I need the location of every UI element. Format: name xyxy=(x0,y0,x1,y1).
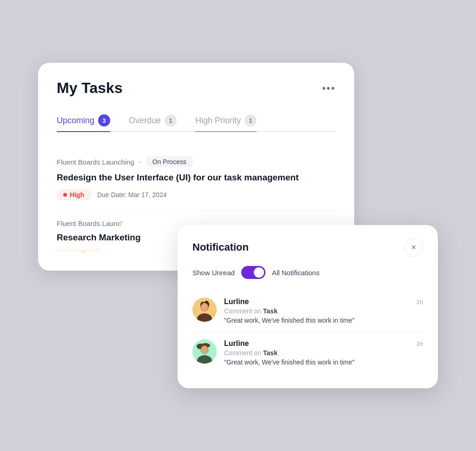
notification-person-name-1: Lurline xyxy=(224,298,249,306)
avatar-1 xyxy=(192,298,217,322)
priority-dot-high xyxy=(63,193,67,197)
toggle-track xyxy=(241,266,265,279)
notification-content-1: Lurline 1h Comment on Task "Great work, … xyxy=(224,298,423,324)
notification-action-1: Comment on Task xyxy=(224,307,423,315)
scene: My Tasks ••• Upcoming 3 Overdue 1 High P… xyxy=(38,63,438,388)
tasks-header: My Tasks ••• xyxy=(57,80,336,97)
notification-title: Notification xyxy=(192,241,249,253)
show-unread-label: Show Unread xyxy=(192,269,235,277)
tab-overdue[interactable]: Overdue 1 xyxy=(129,110,177,131)
task-project-name-2: Fluent Boards Launc' xyxy=(57,219,122,227)
priority-label-medium: Medium xyxy=(70,251,94,252)
avatar-2 xyxy=(192,339,217,364)
more-options-icon[interactable]: ••• xyxy=(322,82,336,94)
avatar-person-2-svg xyxy=(192,339,217,364)
close-button[interactable]: × xyxy=(404,238,423,257)
notification-person-name-2: Lurline xyxy=(224,339,249,348)
tab-upcoming-label: Upcoming xyxy=(57,116,94,126)
notification-controls: Show Unread All Notifications xyxy=(192,266,423,279)
priority-badge-high: High xyxy=(57,189,91,200)
notification-person-row-1: Lurline 1h xyxy=(224,298,423,306)
notification-time-1: 1h xyxy=(416,298,423,305)
notification-item-1: Lurline 1h Comment on Task "Great work, … xyxy=(192,290,423,332)
task-item-1: Fluent Boards Launching - On Process Red… xyxy=(57,147,336,210)
due-date-2: Due Date: D xyxy=(107,251,143,252)
due-date-1: Due Date: Mar 17, 2024 xyxy=(97,191,166,199)
notification-header: Notification × xyxy=(192,238,423,257)
task-separator-1: - xyxy=(139,158,141,166)
notification-action-bold-2: Task xyxy=(263,349,278,357)
tab-overdue-badge: 1 xyxy=(165,114,177,126)
notification-content-2: Lurline 1h Comment on Task "Great work, … xyxy=(224,339,423,366)
task-name-1: Redesign the User Interface (UI) for our… xyxy=(57,172,336,184)
toggle-thumb xyxy=(254,267,264,278)
notification-quote-2: "Great work, We've finished this work in… xyxy=(224,358,423,366)
notification-action-text-1: Comment on xyxy=(224,307,261,315)
notification-quote-1: "Great work, We've finished this work in… xyxy=(224,317,423,324)
tabs-bar: Upcoming 3 Overdue 1 High Priority 1 xyxy=(57,110,336,132)
page-title: My Tasks xyxy=(57,80,123,97)
priority-label-high: High xyxy=(70,191,84,199)
notification-action-text-2: Comment on xyxy=(224,349,261,357)
tab-overdue-label: Overdue xyxy=(129,116,161,126)
tab-upcoming-badge: 3 xyxy=(98,114,110,126)
task-status-badge-1: On Process xyxy=(146,156,193,167)
tab-high-priority[interactable]: High Priority 1 xyxy=(195,110,257,131)
notification-action-2: Comment on Task xyxy=(224,349,423,357)
notification-action-bold-1: Task xyxy=(263,307,278,315)
tab-high-priority-label: High Priority xyxy=(195,116,241,126)
tab-upcoming[interactable]: Upcoming 3 xyxy=(57,110,110,131)
task-project-name-1: Fluent Boards Launching xyxy=(57,158,134,166)
avatar-person-1-svg xyxy=(192,298,217,322)
svg-point-6 xyxy=(202,304,207,311)
notification-time-2: 1h xyxy=(416,340,423,347)
notification-item-2: Lurline 1h Comment on Task "Great work, … xyxy=(192,332,423,373)
notification-person-row-2: Lurline 1h xyxy=(224,339,423,348)
svg-point-13 xyxy=(202,347,207,353)
show-unread-toggle[interactable] xyxy=(241,266,265,279)
task-project-row-1: Fluent Boards Launching - On Process xyxy=(57,156,336,167)
all-notifications-label: All Notifications xyxy=(272,269,320,277)
notification-card: Notification × Show Unread All Notificat… xyxy=(178,225,438,388)
task-meta-1: High Due Date: Mar 17, 2024 xyxy=(57,189,336,200)
priority-badge-medium: Medium xyxy=(57,249,101,252)
tab-high-priority-badge: 1 xyxy=(245,114,257,126)
